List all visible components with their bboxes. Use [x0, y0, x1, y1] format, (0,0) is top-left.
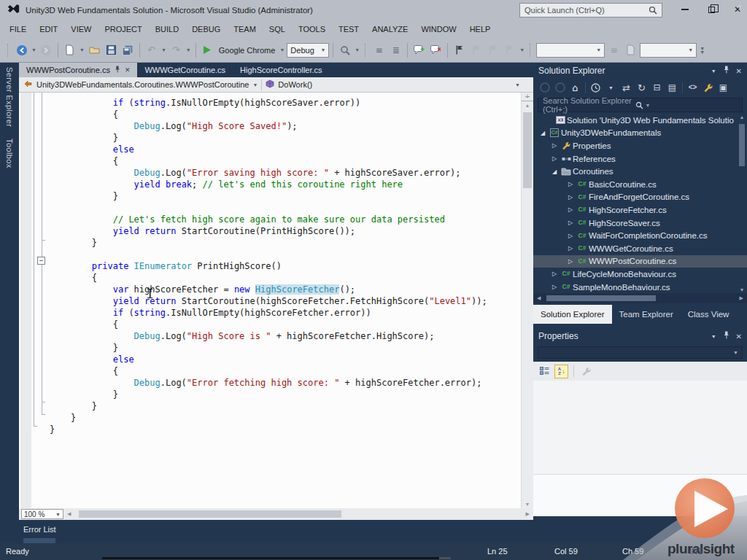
tree-item[interactable]: ▷C#HighScoreSaver.cs: [533, 217, 747, 230]
forward-icon[interactable]: [553, 81, 567, 95]
remove-comment-icon[interactable]: [428, 42, 444, 58]
menu-team[interactable]: TEAM: [227, 20, 263, 38]
pin-icon[interactable]: [115, 66, 120, 74]
pending-changes-filter-icon[interactable]: [589, 81, 603, 95]
menu-sql[interactable]: SQL: [263, 20, 292, 38]
undo-icon[interactable]: ↶: [144, 42, 159, 58]
tree-item[interactable]: ▷C#HighScoreFetcher.cs: [533, 203, 747, 217]
dropdown-caret-icon[interactable]: ▼: [604, 81, 618, 95]
dropdown-caret-icon[interactable]: ▼: [185, 47, 192, 52]
code-line[interactable]: yield return StartCoroutine(highScoreFet…: [50, 295, 487, 307]
code-line[interactable]: if (string.IsNullOrEmpty(highScoreFetche…: [50, 307, 487, 319]
solution-explorer-search-input[interactable]: Search Solution Explorer (Ctrl+;) ▼: [538, 98, 743, 112]
home-icon[interactable]: ⌂: [568, 81, 582, 95]
tree-item[interactable]: ▷C#WWWPostCoroutine.cs: [533, 255, 747, 268]
tree-item[interactable]: ▷References: [533, 152, 747, 166]
preview-selected-icon[interactable]: ▣: [716, 81, 730, 95]
open-file-icon[interactable]: [87, 42, 102, 58]
navigate-forward-icon[interactable]: [39, 42, 54, 58]
editor-zoom-combo[interactable]: 100 %▼: [21, 509, 63, 519]
next-bookmark-icon[interactable]: [485, 42, 500, 58]
menu-analyze[interactable]: ANALYZE: [365, 20, 414, 38]
code-text[interactable]: if (string.IsNullOrEmpty(highScoreSaver.…: [50, 97, 487, 435]
collapse-arrow-icon[interactable]: ◢: [549, 168, 560, 175]
indicator-margin[interactable]: [20, 93, 31, 508]
dropdown-caret-icon[interactable]: ▼: [519, 47, 525, 52]
tree-item[interactable]: ▷C#SampleMonoBehaviour.cs: [533, 281, 747, 293]
code-line[interactable]: }: [50, 342, 487, 354]
indent-icon[interactable]: ≡: [371, 42, 387, 58]
navigate-back-icon[interactable]: [14, 42, 29, 58]
error-list-tab[interactable]: Error List: [23, 525, 56, 534]
panel-tab-class-view[interactable]: Class View: [681, 305, 737, 324]
code-line[interactable]: {: [50, 272, 487, 284]
code-line[interactable]: yield break; // let's end this coroutine…: [50, 179, 487, 190]
tree-item[interactable]: ▷C#LifeCycleMonoBehaviour.cs: [533, 268, 747, 281]
rail-tab-server-explorer[interactable]: Server Explorer: [5, 67, 14, 127]
save-icon[interactable]: [104, 42, 119, 58]
clear-bookmarks-icon[interactable]: [502, 42, 517, 58]
empty-combo-2[interactable]: ▼: [640, 43, 697, 58]
pin-icon[interactable]: [723, 331, 729, 341]
scrollbar-thumb[interactable]: [523, 112, 532, 188]
code-line[interactable]: {: [50, 109, 487, 120]
alphabetical-sort-icon[interactable]: AZ↓: [554, 365, 568, 378]
dropdown-caret-icon[interactable]: ▼: [31, 47, 37, 52]
scrollbar-thumb[interactable]: [739, 124, 745, 166]
menu-help[interactable]: HELP: [463, 20, 498, 38]
tree-item[interactable]: ◢C#Unity3DWebFundamentals: [533, 127, 747, 140]
properties-wrench-icon[interactable]: [701, 81, 715, 95]
expand-arrow-icon[interactable]: ▷: [565, 206, 576, 213]
tree-item[interactable]: ◢Coroutines: [533, 165, 747, 178]
menu-project[interactable]: PROJECT: [98, 20, 148, 38]
chevron-down-icon[interactable]: ▼: [515, 82, 529, 88]
code-line[interactable]: {: [50, 365, 487, 377]
scroll-down-icon[interactable]: ▼: [522, 502, 533, 507]
properties-object-combo[interactable]: ▼: [538, 346, 743, 359]
editor-horizontal-scrollbar[interactable]: [74, 508, 522, 520]
dropdown-caret-icon[interactable]: ▼: [354, 47, 360, 52]
code-line[interactable]: {: [50, 319, 487, 330]
tree-horizontal-scrollbar[interactable]: ◀ ▶: [533, 293, 747, 303]
close-icon[interactable]: ✕: [125, 66, 131, 74]
document-list-caret-icon[interactable]: ▼: [737, 4, 743, 10]
code-line[interactable]: }: [50, 412, 487, 424]
toolbar-grip[interactable]: [530, 44, 532, 57]
menu-file[interactable]: FILE: [3, 20, 33, 38]
property-pages-wrench-icon[interactable]: [579, 365, 593, 378]
scroll-left-icon[interactable]: ◀: [533, 295, 544, 301]
add-comment-icon[interactable]: [411, 42, 427, 58]
code-line[interactable]: {: [50, 155, 487, 167]
code-line[interactable]: var highScoreFetcher = new HighScoreFetc…: [50, 284, 487, 295]
code-line[interactable]: [50, 202, 487, 214]
restore-button[interactable]: [702, 0, 721, 19]
start-debug-icon[interactable]: [200, 42, 215, 58]
code-line[interactable]: Debug.Log("Error saving high score: " + …: [50, 167, 487, 179]
code-line[interactable]: yield return StartCoroutine(PrintHighSco…: [50, 225, 487, 237]
document-tab[interactable]: HighScoreController.cs: [233, 63, 330, 77]
toolbar-overflow-icon[interactable]: ▼▼: [700, 47, 705, 54]
code-line[interactable]: Debug.Log("High Score is " + highScoreFe…: [50, 330, 487, 342]
split-window-handle-icon[interactable]: ÷: [522, 93, 533, 101]
expand-arrow-icon[interactable]: ▷: [549, 284, 560, 290]
chevron-down-icon[interactable]: ▼: [646, 103, 738, 108]
code-line[interactable]: else: [50, 354, 487, 365]
view-code-icon[interactable]: <>: [686, 81, 700, 95]
back-icon[interactable]: [538, 81, 551, 95]
solution-config-combo[interactable]: Debug▼: [287, 43, 329, 58]
code-line[interactable]: // Let's fetch high score again to make …: [50, 214, 487, 225]
tree-item[interactable]: Solution 'Unity3D Web Fundamentals Solut…: [533, 114, 747, 127]
collapse-region-toggle[interactable]: −: [37, 257, 45, 265]
menu-view[interactable]: VIEW: [64, 20, 98, 38]
expand-arrow-icon[interactable]: ▷: [565, 181, 576, 187]
scroll-right-icon[interactable]: ▶: [522, 511, 533, 517]
close-icon[interactable]: ✕: [736, 67, 742, 75]
scrollbar-thumb[interactable]: [546, 295, 656, 301]
expand-arrow-icon[interactable]: ▷: [549, 142, 560, 149]
code-line[interactable]: }: [50, 237, 487, 249]
code-line[interactable]: }: [50, 400, 487, 412]
redo-icon[interactable]: ↷: [169, 42, 184, 58]
expand-arrow-icon[interactable]: ▷: [565, 194, 576, 201]
code-line[interactable]: }: [50, 132, 487, 144]
close-icon[interactable]: ✕: [736, 332, 742, 341]
